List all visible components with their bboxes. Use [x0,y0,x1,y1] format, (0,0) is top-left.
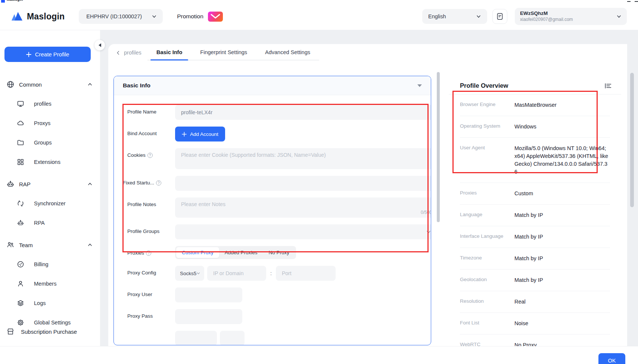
tab-bar: Basic Info Fingerprint Settings Advanced… [147,47,319,60]
sidebar-item-proxys[interactable]: Proxys [0,113,100,133]
overview-row-proxies: Proxies Custom [460,183,610,205]
proxy-protocol-select[interactable]: Socks5 [175,266,204,281]
user-email: xiaofei020907@gmail.com [520,17,573,22]
proxies-label: Proxies ? [127,246,162,259]
clipped-control[interactable] [220,331,245,345]
chevron-up-icon [87,181,93,187]
sidebar-item-label: Proxys [34,120,50,126]
create-profile-button[interactable]: Create Profile [4,47,91,62]
proxies-option-none[interactable]: No Proxy [263,247,295,258]
promotion-envelope-icon [208,12,223,22]
profile-name-input[interactable] [175,105,431,120]
basic-info-card-header[interactable]: Basic Info [114,76,431,95]
inner-scrollbar-thumb[interactable] [437,72,440,222]
sidebar-item-extensions[interactable]: Extensions [0,152,100,172]
plus-icon [26,52,31,57]
proxies-option-custom[interactable]: Custom Proxy [176,247,219,258]
notes-char-counter: 0/500 [421,210,431,215]
add-account-label: Add Account [190,131,218,137]
window-minimize-icon[interactable] [627,1,631,2]
window-title: Maslogin [7,0,23,1]
profile-groups-label: Profile Groups [127,224,162,239]
workspace-dropdown[interactable]: EHPHRV (ID:1000027) [79,9,163,24]
proxy-config-label: Proxy Config [127,266,162,281]
sidebar-item-rpa[interactable]: RPA [0,213,100,233]
promotion-link[interactable]: Promotion [177,12,223,22]
sidebar-item-label: Groups [34,140,52,146]
sidebar-item-label: Logs [34,300,46,306]
chevron-up-icon [87,242,93,248]
robot-icon [7,180,14,188]
globe-icon [7,81,14,88]
overview-row-browser-engine: Browser Engine MasMateBrowser [460,94,610,116]
brand-name: Maslogin [27,12,65,22]
sidebar-collapse-button[interactable] [94,40,105,50]
proxy-user-input[interactable] [175,287,242,302]
cookies-textarea[interactable] [175,148,431,169]
robot-icon [17,220,24,226]
document-icon [497,13,503,20]
tab-basic-info[interactable]: Basic Info [147,47,191,60]
overview-row-resolution: Resolution Real [460,291,610,313]
help-icon[interactable]: ? [147,153,153,158]
sync-icon [17,200,24,207]
proxy-ip-input[interactable] [207,266,266,281]
sidebar-item-members[interactable]: Members [0,274,100,293]
sidebar-section-team[interactable]: Team [0,235,100,255]
sidebar-item-logs[interactable]: Logs [0,293,100,313]
tab-fingerprint-settings[interactable]: Fingerprint Settings [191,47,256,60]
ip-port-separator: : [270,270,272,276]
proxies-option-added[interactable]: Added Proxies [219,247,263,258]
profile-notes-label: Profile Notes [127,197,162,218]
profile-overview-title: Profile Overview [460,82,508,89]
sidebar-item-groups[interactable]: Groups [0,133,100,152]
list-settings-icon[interactable] [605,83,611,89]
profile-notes-textarea[interactable] [175,197,431,218]
proxy-port-input[interactable] [276,266,336,281]
proxies-segmented-control: Custom Proxy Added Proxies No Proxy [175,246,296,259]
clipped-control[interactable] [175,331,217,345]
sidebar-section-common[interactable]: Common [0,75,100,94]
sidebar-item-label: profiles [34,101,52,107]
plus-icon [182,132,187,137]
add-account-button[interactable]: Add Account [175,127,225,141]
ok-button[interactable]: OK [598,353,625,364]
proxy-pass-input[interactable] [175,309,242,324]
language-dropdown[interactable]: English [422,9,487,24]
app-favicon [1,0,5,3]
sidebar-item-subscription-purchase[interactable]: Subscription Purchase [0,322,100,341]
triangle-left-icon [99,43,101,47]
sidebar-item-profiles[interactable]: profiles [0,94,100,113]
breadcrumb-back[interactable]: profiles [116,50,141,56]
window-close-icon[interactable] [635,1,638,2]
breadcrumb-label: profiles [124,50,141,56]
user-name: EWzSQhzM [520,10,573,17]
page-scrollbar-thumb[interactable] [630,73,634,207]
sidebar-item-label: Subscription Purchase [21,329,77,335]
sidebar: Create Profile Common profiles Proxys [0,30,100,364]
sidebar-item-label: RPA [34,220,45,226]
footer-bar: OK [0,346,638,364]
profile-overview-rows: Browser Engine MasMateBrowser Operating … [449,94,621,356]
help-icon[interactable]: ? [146,251,151,256]
grid-icon [17,159,24,165]
docs-button[interactable] [492,9,507,24]
fixed-startup-label: Fixed Startu... ? [123,176,162,191]
tab-advanced-settings[interactable]: Advanced Settings [256,47,319,60]
fixed-startup-input[interactable] [175,176,431,191]
cookies-label: Cookies ? [127,148,162,169]
overview-row-font-list: Font List Noise [460,313,610,335]
collapse-caret-icon[interactable] [417,84,422,87]
basic-info-card: Basic Info Profile Name Bind Account Add… [113,76,431,345]
profile-groups-select[interactable] [175,224,431,239]
workspace-name: EHPHRV (ID:1000027) [86,13,142,19]
help-icon[interactable]: ? [156,180,161,186]
create-profile-label: Create Profile [35,51,69,57]
user-account-dropdown[interactable]: EWzSQhzM xiaofei020907@gmail.com [515,8,627,25]
team-icon [7,241,14,249]
sidebar-item-billing[interactable]: Billing [0,255,100,274]
brand-logo: Maslogin [11,12,65,22]
bind-account-label: Bind Account [127,127,162,141]
sidebar-item-synchronizer[interactable]: Synchronizer [0,194,100,213]
sidebar-section-rap[interactable]: RAP [0,174,100,194]
